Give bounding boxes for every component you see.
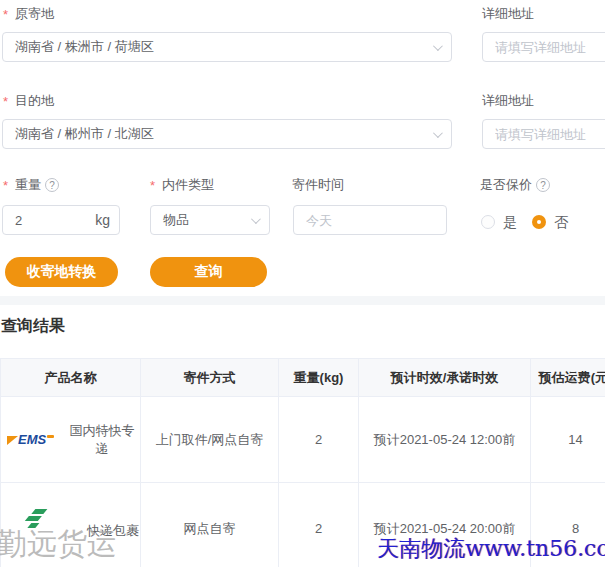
col-fee: 预估运费(元) (531, 359, 605, 397)
col-method: 寄件方式 (141, 359, 279, 397)
item-type-value: 物品 (163, 211, 189, 229)
send-time-input[interactable] (306, 213, 434, 228)
section-divider (0, 296, 605, 305)
origin-detail-label: 详细地址 (482, 5, 534, 23)
col-eta: 预计时效/承诺时效 (359, 359, 531, 397)
origin-detail-label-text: 详细地址 (482, 5, 534, 23)
send-time-label: 寄件时间 (292, 176, 344, 194)
help-icon[interactable] (45, 178, 59, 192)
ship-method: 网点自寄 (141, 483, 279, 567)
ems-logo-icon: EMS (7, 432, 54, 448)
ems-wing-shape (7, 436, 18, 445)
origin-select-value: 湖南省 / 株洲市 / 荷塘区 (15, 38, 154, 56)
insurance-label-text: 是否保价 (480, 176, 532, 194)
query-button[interactable]: 查询 (150, 257, 267, 287)
destination-label-text: 目的地 (15, 92, 54, 110)
destination-label: 目的地 (3, 92, 54, 110)
origin-detail-input[interactable] (495, 40, 605, 55)
destination-detail-field[interactable] (482, 119, 605, 149)
chevron-down-icon (251, 214, 261, 224)
watermark-right: 天南物流www.tn56.com (377, 534, 605, 564)
insurance-label: 是否保价 (480, 176, 550, 194)
origin-select[interactable]: 湖南省 / 株洲市 / 荷塘区 (2, 32, 452, 62)
results-title: 查询结果 (1, 316, 65, 337)
product-name: 国内特快专递 (64, 422, 140, 458)
weight-field[interactable]: kg (2, 205, 120, 235)
weight-input[interactable] (15, 213, 85, 228)
weight-label: 重量 (3, 176, 59, 194)
chevron-down-icon (433, 128, 443, 138)
ems-dash-shape (47, 435, 54, 438)
origin-label-text: 原寄地 (15, 5, 54, 23)
table-row: EMS 国内特快专递 上门取件/网点自寄 2 预计2021-05-24 12:0… (1, 397, 605, 483)
destination-detail-label-text: 详细地址 (482, 92, 534, 110)
ems-logo-text: EMS (18, 432, 46, 448)
weight-unit: kg (95, 212, 110, 228)
chevron-down-icon (433, 41, 443, 51)
item-type-select[interactable]: 物品 (150, 205, 270, 235)
destination-select-value: 湖南省 / 郴州市 / 北湖区 (15, 125, 154, 143)
fee-value: 14 (531, 397, 605, 483)
col-product: 产品名称 (1, 359, 141, 397)
shipping-rate-query-page: 原寄地 详细地址 湖南省 / 株洲市 / 荷塘区 目的地 详细地址 湖南省 / … (0, 0, 605, 567)
weight-value: 2 (279, 397, 359, 483)
ship-method: 上门取件/网点自寄 (141, 397, 279, 483)
destination-select[interactable]: 湖南省 / 郴州市 / 北湖区 (2, 119, 452, 149)
table-header-row: 产品名称 寄件方式 重量(kg) 预计时效/承诺时效 预估运费(元) (1, 359, 605, 397)
watermark-left: 勤远货运 (0, 524, 117, 565)
origin-detail-field[interactable] (482, 32, 605, 62)
insurance-no-label[interactable]: 否 (554, 214, 568, 232)
send-time-label-text: 寄件时间 (292, 176, 344, 194)
item-type-label: 内件类型 (150, 176, 214, 194)
col-weight: 重量(kg) (279, 359, 359, 397)
item-type-label-text: 内件类型 (162, 176, 214, 194)
origin-label: 原寄地 (3, 5, 54, 23)
eta-value: 预计2021-05-24 12:00前 (359, 397, 531, 483)
insurance-yes-label[interactable]: 是 (503, 214, 517, 232)
swap-address-button[interactable]: 收寄地转换 (5, 257, 118, 287)
send-time-field[interactable] (293, 205, 447, 235)
weight-value: 2 (279, 483, 359, 567)
help-icon[interactable] (536, 178, 550, 192)
insurance-no-radio[interactable] (532, 215, 546, 229)
insurance-yes-radio[interactable] (481, 215, 495, 229)
destination-detail-input[interactable] (495, 127, 605, 142)
weight-label-text: 重量 (15, 176, 41, 194)
destination-detail-label: 详细地址 (482, 92, 534, 110)
